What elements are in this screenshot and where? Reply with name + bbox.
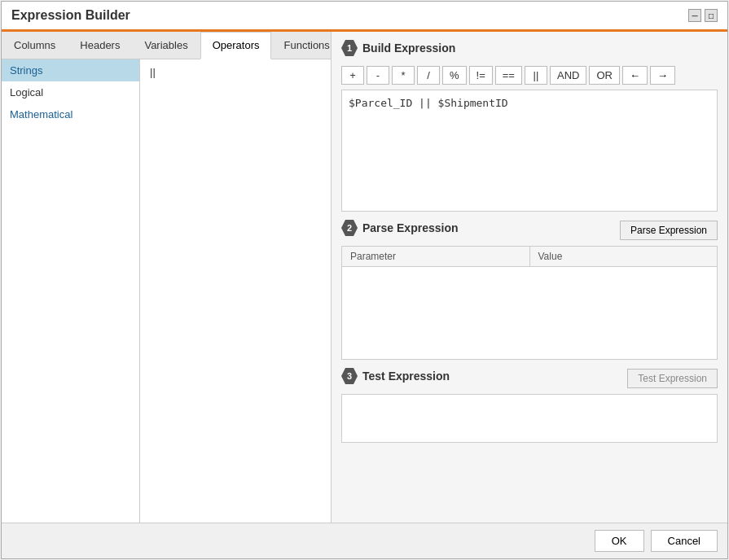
btn-pipe[interactable]: || xyxy=(525,66,547,85)
parse-table-body xyxy=(342,267,717,348)
maximize-button[interactable]: □ xyxy=(705,9,718,22)
parse-expression-button[interactable]: Parse Expression xyxy=(620,221,718,240)
tab-operators[interactable]: Operators xyxy=(200,32,272,59)
parse-title: Parse Expression xyxy=(362,221,459,234)
dialog-title: Expression Builder xyxy=(11,8,130,23)
test-section-header: 3 Test Expression xyxy=(341,368,450,384)
build-badge: 1 xyxy=(341,40,358,56)
left-content: Strings Logical Mathematical || xyxy=(2,59,331,523)
category-mathematical[interactable]: Mathematical xyxy=(2,103,139,125)
cancel-button[interactable]: Cancel xyxy=(651,530,718,552)
parse-badge: 2 xyxy=(341,220,358,236)
test-expression-button[interactable]: Test Expression xyxy=(627,369,718,388)
ok-button[interactable]: OK xyxy=(595,530,644,552)
category-logical[interactable]: Logical xyxy=(2,81,139,103)
parse-section-header: 2 Parse Expression xyxy=(341,220,459,236)
col-value: Value xyxy=(530,247,718,266)
test-title: Test Expression xyxy=(362,370,450,383)
title-bar: Expression Builder ─ □ xyxy=(2,2,727,32)
category-list: Strings Logical Mathematical xyxy=(2,59,140,523)
right-panel: 1 Build Expression + - * / % != == || AN… xyxy=(332,32,727,523)
build-title: Build Expression xyxy=(362,42,455,55)
build-section: 1 Build Expression + - * / % != == || AN… xyxy=(341,40,718,212)
btn-forward-arrow[interactable]: → xyxy=(650,66,675,85)
btn-and[interactable]: AND xyxy=(550,66,586,85)
parse-table-header: Parameter Value xyxy=(342,247,717,267)
btn-divide[interactable]: / xyxy=(417,66,440,85)
btn-modulo[interactable]: % xyxy=(442,66,467,85)
test-section: 3 Test Expression Test Expression xyxy=(341,368,718,443)
btn-multiply[interactable]: * xyxy=(392,66,415,85)
left-panel: Columns Headers Variables Operators Func… xyxy=(2,32,332,523)
col-parameter: Parameter xyxy=(342,247,530,266)
dialog-footer: OK Cancel xyxy=(2,523,727,558)
parse-table: Parameter Value xyxy=(341,246,718,360)
test-output-area xyxy=(341,394,718,443)
btn-notequal[interactable]: != xyxy=(469,66,493,85)
btn-minus[interactable]: - xyxy=(367,66,389,85)
expression-builder-dialog: Expression Builder ─ □ Columns Headers V… xyxy=(1,1,728,559)
btn-or[interactable]: OR xyxy=(589,66,620,85)
test-header-row: 3 Test Expression Test Expression xyxy=(341,368,718,389)
dialog-body: Columns Headers Variables Operators Func… xyxy=(2,32,727,523)
tab-variables[interactable]: Variables xyxy=(132,32,200,59)
expression-textarea[interactable]: $Parcel_ID || $ShipmentID xyxy=(341,90,718,212)
test-badge: 3 xyxy=(341,368,358,384)
build-section-header: 1 Build Expression xyxy=(341,40,718,56)
window-controls: ─ □ xyxy=(688,9,718,22)
tabs-row: Columns Headers Variables Operators Func… xyxy=(2,32,331,59)
minimize-button[interactable]: ─ xyxy=(688,9,701,22)
tab-columns[interactable]: Columns xyxy=(2,32,68,59)
category-strings[interactable]: Strings xyxy=(2,59,139,81)
btn-equal[interactable]: == xyxy=(495,66,522,85)
operator-buttons: + - * / % != == || AND OR ← → xyxy=(341,66,718,85)
parse-header-row: 2 Parse Expression Parse Expression xyxy=(341,220,718,241)
parse-section: 2 Parse Expression Parse Expression Para… xyxy=(341,220,718,360)
btn-plus[interactable]: + xyxy=(341,66,364,85)
operator-list: || xyxy=(140,59,331,523)
btn-back-arrow[interactable]: ← xyxy=(622,66,648,85)
tab-headers[interactable]: Headers xyxy=(68,32,132,59)
operator-concat[interactable]: || xyxy=(143,63,327,81)
